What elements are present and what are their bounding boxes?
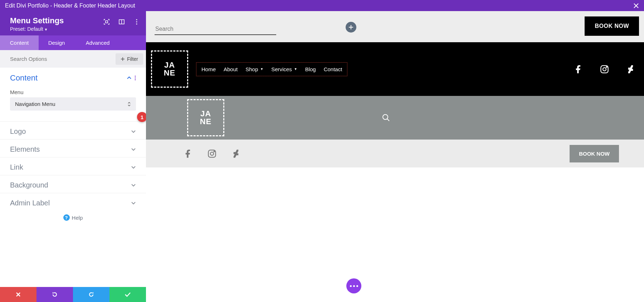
section-background-title: Background xyxy=(10,181,48,189)
svg-point-9 xyxy=(135,78,136,79)
chevron-down-icon: ▼ xyxy=(260,67,263,71)
titlebar-text: Edit Divi Portfolio - Header & Footer He… xyxy=(5,3,135,9)
section-background-toggle[interactable]: Background xyxy=(0,175,146,193)
divi-fab-button[interactable] xyxy=(346,278,361,293)
preset-row[interactable]: Preset: Default▼ xyxy=(10,26,136,32)
preview-topbar: BOOK NOW xyxy=(146,11,644,42)
svg-point-19 xyxy=(210,152,214,155)
svg-point-5 xyxy=(136,23,137,24)
preview-pane: BOOK NOW JANE Home About Shop▼ Services▼… xyxy=(146,11,644,302)
svg-point-8 xyxy=(135,76,136,77)
svg-point-14 xyxy=(603,68,606,71)
svg-point-4 xyxy=(136,21,137,22)
preset-label: Preset: Default xyxy=(10,26,43,32)
close-icon[interactable] xyxy=(633,3,639,9)
annotation-badge-1: 1 xyxy=(137,112,147,122)
chevron-up-icon xyxy=(127,76,132,80)
help-row[interactable]: ? Help xyxy=(0,211,146,224)
logo-placeholder: JANE xyxy=(151,50,188,88)
book-now-button-dark[interactable]: BOOK NOW xyxy=(585,16,639,36)
nav-item-contact[interactable]: Contact xyxy=(324,66,342,72)
help-label: Help xyxy=(72,215,83,221)
search-options-input[interactable] xyxy=(0,53,116,65)
svg-rect-0 xyxy=(106,21,108,23)
nav-menu: Home About Shop▼ Services▼ Blog Contact xyxy=(196,62,347,76)
panel-icon[interactable] xyxy=(119,19,125,25)
svg-point-16 xyxy=(383,115,388,120)
sidebar-header: Menu Settings Preset: Default▼ xyxy=(0,11,146,35)
expand-icon[interactable] xyxy=(104,19,109,25)
chevron-down-icon: ▼ xyxy=(294,67,297,71)
facebook-icon[interactable] xyxy=(574,64,583,74)
search-filter-row: Filter xyxy=(0,50,146,68)
section-elements-title: Elements xyxy=(10,145,40,154)
add-section-button[interactable] xyxy=(346,22,356,33)
nav-item-home[interactable]: Home xyxy=(201,66,216,72)
action-bar xyxy=(0,287,146,302)
instagram-icon[interactable] xyxy=(207,149,217,159)
settings-sidebar: Menu Settings Preset: Default▼ Content D… xyxy=(0,11,146,302)
filter-label: Filter xyxy=(127,56,138,62)
chevron-down-icon xyxy=(131,166,136,169)
svg-point-3 xyxy=(136,19,137,20)
chevron-down-icon xyxy=(131,201,136,205)
chevron-down-icon xyxy=(131,130,136,133)
nav-item-blog[interactable]: Blog xyxy=(305,66,316,72)
svg-point-10 xyxy=(135,79,136,81)
tab-content[interactable]: Content xyxy=(0,35,39,50)
deviantart-icon[interactable] xyxy=(231,149,241,159)
more-icon[interactable] xyxy=(134,19,140,25)
preview-footer-bar: BOOK NOW xyxy=(146,140,644,167)
help-icon: ? xyxy=(63,214,70,221)
section-elements-toggle[interactable]: Elements xyxy=(0,140,146,157)
search-icon[interactable] xyxy=(382,114,390,122)
save-button[interactable] xyxy=(109,287,146,302)
svg-point-20 xyxy=(214,151,215,152)
preview-navbar: JANE Home About Shop▼ Services▼ Blog Con… xyxy=(146,42,644,96)
section-more-icon[interactable] xyxy=(135,76,136,81)
chevron-down-icon: ▼ xyxy=(44,28,48,31)
nav-item-shop[interactable]: Shop▼ xyxy=(245,66,263,72)
section-link-title: Link xyxy=(10,163,23,171)
cancel-button[interactable] xyxy=(0,287,36,302)
select-caret-icon xyxy=(127,102,131,107)
deviantart-icon[interactable] xyxy=(626,64,635,74)
tab-design[interactable]: Design xyxy=(39,35,74,50)
section-admin-label-toggle[interactable]: Admin Label xyxy=(0,193,146,211)
nav-item-about[interactable]: About xyxy=(224,66,238,72)
preview-search-input[interactable] xyxy=(155,24,276,35)
menu-select[interactable]: Navigation Menu xyxy=(10,97,136,111)
undo-button[interactable] xyxy=(36,287,73,302)
redo-button[interactable] xyxy=(73,287,109,302)
logo-placeholder-gray: JANE xyxy=(187,99,224,136)
section-logo-toggle[interactable]: Logo xyxy=(0,122,146,139)
chevron-down-icon xyxy=(131,148,136,151)
tab-advanced[interactable]: Advanced xyxy=(74,35,121,50)
titlebar: Edit Divi Portfolio - Header & Footer He… xyxy=(0,0,644,11)
menu-field-label: Menu xyxy=(0,86,146,97)
preview-navbar-gray: JANE xyxy=(146,96,644,140)
svg-point-15 xyxy=(606,67,607,67)
tabs: Content Design Advanced xyxy=(0,35,146,50)
filter-button[interactable]: Filter xyxy=(116,53,143,65)
facebook-icon[interactable] xyxy=(183,149,193,159)
section-content-title: Content xyxy=(10,73,38,83)
instagram-icon[interactable] xyxy=(600,64,609,74)
menu-select-value: Navigation Menu xyxy=(15,101,55,107)
section-admin-title: Admin Label xyxy=(10,199,50,207)
chevron-down-icon xyxy=(131,184,136,187)
section-link-toggle[interactable]: Link xyxy=(0,157,146,175)
nav-item-services[interactable]: Services▼ xyxy=(271,66,297,72)
svg-line-17 xyxy=(387,119,389,121)
section-logo-title: Logo xyxy=(10,127,26,136)
book-now-button-gray[interactable]: BOOK NOW xyxy=(570,145,619,162)
section-content-toggle[interactable]: Content xyxy=(0,68,146,86)
